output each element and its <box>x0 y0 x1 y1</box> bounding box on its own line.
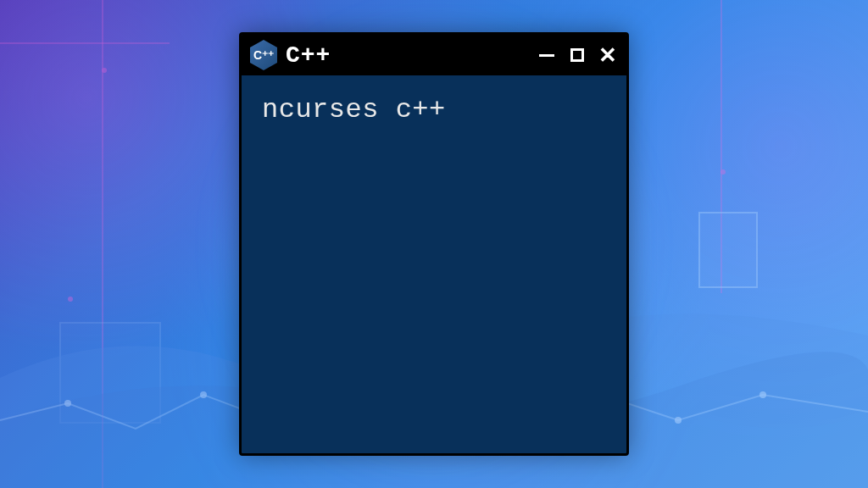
terminal-content[interactable]: ncurses c++ <box>242 75 626 144</box>
svg-point-1 <box>200 391 207 398</box>
icon-text: C⁺⁺ <box>253 48 274 62</box>
close-icon: ✕ <box>598 44 617 66</box>
svg-point-4 <box>760 391 766 398</box>
cpp-logo-icon: C⁺⁺ <box>250 40 277 70</box>
close-button[interactable]: ✕ <box>598 45 618 65</box>
titlebar[interactable]: C⁺⁺ C++ ✕ <box>242 35 626 75</box>
window-title: C++ <box>286 42 528 69</box>
maximize-button[interactable] <box>567 45 587 65</box>
minimize-button[interactable] <box>537 45 557 65</box>
window-controls: ✕ <box>537 45 618 65</box>
maximize-icon <box>570 48 584 62</box>
svg-point-0 <box>64 400 71 407</box>
terminal-window: C⁺⁺ C++ ✕ ncurses c++ <box>239 32 629 456</box>
minimize-icon <box>539 54 554 57</box>
terminal-text: ncurses c++ <box>262 94 446 125</box>
svg-point-3 <box>675 417 682 424</box>
